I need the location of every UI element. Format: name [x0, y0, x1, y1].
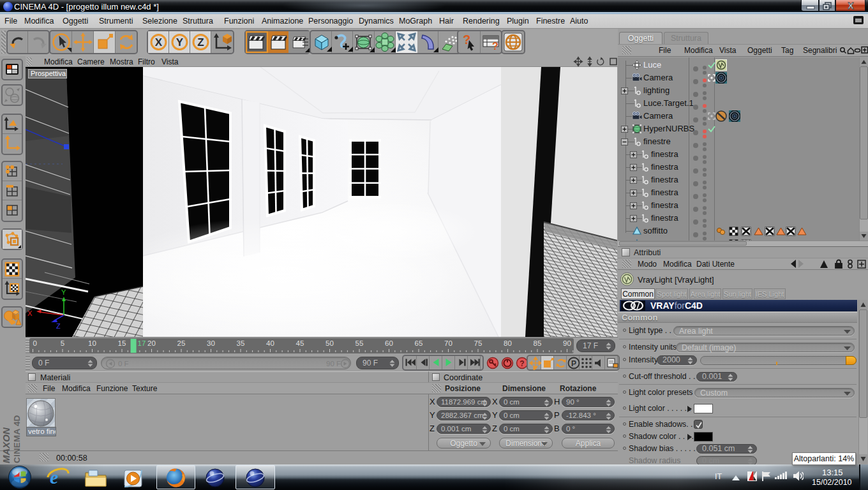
- svg-text:55: 55: [355, 339, 364, 347]
- svg-text:Z: Z: [56, 322, 61, 330]
- svg-text:?: ?: [520, 359, 524, 368]
- svg-text:65: 65: [415, 339, 423, 347]
- svg-text:45: 45: [296, 339, 304, 347]
- svg-text:70: 70: [444, 339, 453, 347]
- svg-text:90: 90: [563, 339, 571, 347]
- svg-text:20: 20: [147, 339, 156, 347]
- svg-text:10: 10: [88, 339, 96, 347]
- svg-text:75: 75: [474, 339, 483, 347]
- svg-text:15: 15: [118, 339, 126, 347]
- svg-text:25: 25: [177, 339, 186, 347]
- svg-text:30: 30: [207, 339, 215, 347]
- svg-text:X: X: [27, 309, 33, 317]
- svg-text:Y: Y: [61, 288, 66, 296]
- svg-text:50: 50: [326, 339, 334, 347]
- svg-text:40: 40: [266, 339, 274, 347]
- svg-text:X: X: [155, 36, 163, 48]
- svg-text:5: 5: [61, 339, 64, 347]
- svg-text:P: P: [571, 359, 576, 368]
- svg-text:Y: Y: [176, 36, 184, 48]
- svg-text:35: 35: [237, 339, 245, 347]
- svg-text:?: ?: [492, 41, 498, 52]
- svg-text:80: 80: [504, 339, 512, 347]
- svg-text:90 F: 90 F: [326, 360, 341, 368]
- svg-text:60: 60: [385, 339, 393, 347]
- svg-text:85: 85: [534, 339, 542, 347]
- svg-text:Z: Z: [197, 36, 204, 48]
- svg-text:17: 17: [138, 339, 146, 347]
- svg-text:0 F: 0 F: [118, 360, 129, 368]
- svg-text:0: 0: [33, 339, 37, 347]
- svg-text:X: X: [848, 1, 854, 11]
- svg-text:VRAYforC4D: VRAYforC4D: [650, 301, 703, 311]
